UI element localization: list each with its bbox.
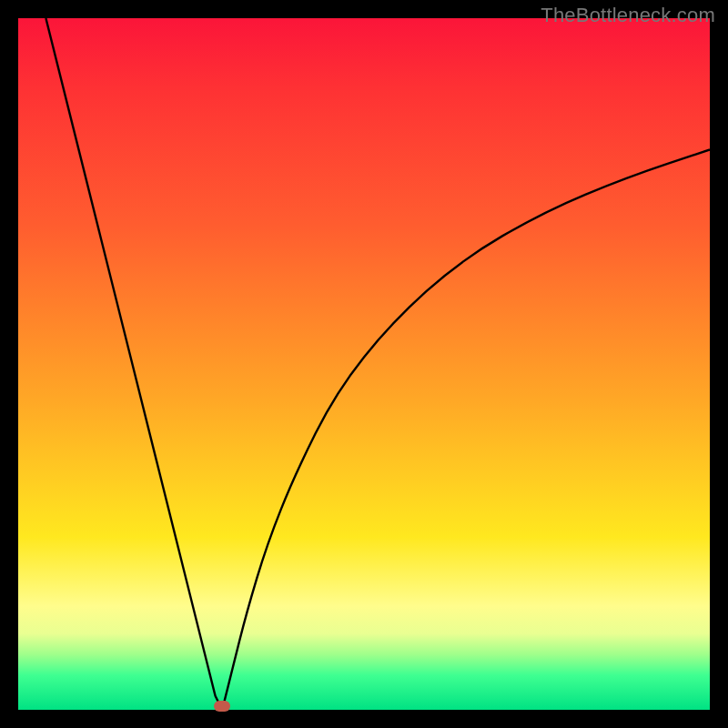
bottleneck-curve-path: [46, 18, 710, 710]
curve-svg: [18, 18, 710, 710]
watermark-text: TheBottleneck.com: [541, 4, 715, 27]
chart-frame: TheBottleneck.com: [0, 0, 728, 728]
minimum-marker: [214, 701, 230, 712]
